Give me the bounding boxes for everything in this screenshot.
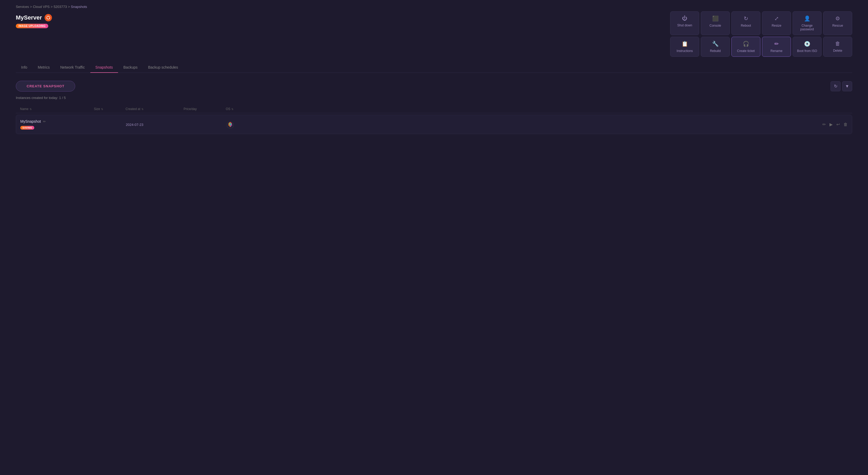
server-status-badge: IMAGE UPLOADING — [16, 24, 48, 28]
instructions-label: Instructions — [677, 49, 692, 53]
change-password-button[interactable]: 👤 Change password — [793, 11, 822, 35]
create-ticket-button[interactable]: 🎧 Create ticket — [732, 37, 761, 57]
row-download-icon[interactable]: ↩ — [836, 122, 840, 127]
row-delete-icon[interactable]: 🗑 — [843, 122, 848, 127]
table-row: MySnapshot ✏ SAVING 2024-07-23 — [16, 115, 852, 134]
rescue-button[interactable]: ⚙ Rescue — [823, 11, 852, 35]
row-edit-icon[interactable]: ✏ — [823, 122, 826, 127]
rename-button[interactable]: ✏ Rename — [762, 37, 791, 57]
resize-icon: ⤢ — [774, 15, 779, 22]
snapshots-content: CREATE SNAPSHOT ↻ ▼ Instances created fo… — [16, 81, 852, 134]
resize-button[interactable]: ⤢ Resize — [762, 11, 791, 35]
delete-icon: 🗑 — [835, 41, 840, 47]
shut-down-label: Shut down — [677, 24, 692, 27]
tab-backup-schedules[interactable]: Backup schedules — [143, 62, 183, 72]
create-snapshot-button[interactable]: CREATE SNAPSHOT — [16, 81, 75, 92]
reboot-button[interactable]: ↻ Reboot — [732, 11, 761, 35]
console-label: Console — [710, 24, 721, 27]
col-created-at[interactable]: Created at ⇅ — [126, 107, 184, 111]
table-header: Name ⇅ Size ⇅ Created at ⇅ Price/day OS … — [16, 105, 852, 113]
tab-snapshots[interactable]: Snapshots — [90, 62, 118, 72]
boot-from-iso-label: Boot from ISO — [797, 49, 817, 53]
tab-info[interactable]: Info — [16, 62, 32, 72]
filter-icon: ▼ — [845, 84, 849, 89]
tab-metrics[interactable]: Metrics — [32, 62, 55, 72]
snapshot-created-at: 2024-07-23 — [126, 123, 144, 127]
boot-from-iso-icon: 💿 — [804, 41, 810, 47]
col-size[interactable]: Size ⇅ — [94, 107, 126, 111]
action-buttons-grid: ⏻ Shut down ⬛ Console ↻ Reboot ⤢ Resize … — [670, 11, 852, 57]
toolbar-icons: ↻ ▼ — [831, 81, 852, 91]
filter-button[interactable]: ▼ — [842, 81, 852, 91]
nav-tabs: Info Metrics Network Traffic Snapshots B… — [16, 62, 852, 73]
rename-icon: ✏ — [774, 41, 779, 47]
breadcrumb-cloud-vps[interactable]: Cloud VPS — [33, 5, 50, 9]
shut-down-icon: ⏻ — [682, 15, 687, 21]
breadcrumb-current: Snapshots — [71, 5, 87, 9]
refresh-icon: ↻ — [834, 84, 837, 89]
reboot-label: Reboot — [741, 24, 751, 27]
snapshots-toolbar: CREATE SNAPSHOT ↻ ▼ — [16, 81, 852, 92]
svg-point-3 — [47, 18, 48, 19]
instances-info: Instances created for today: 1 / 5 — [16, 96, 852, 100]
row-restore-icon[interactable]: ▶ — [830, 122, 833, 127]
col-name[interactable]: Name ⇅ — [20, 107, 94, 111]
console-button[interactable]: ⬛ Console — [701, 11, 730, 35]
row-actions: ✏ ▶ ↩ 🗑 — [816, 122, 848, 127]
os-proxmox-icon — [226, 120, 235, 129]
reboot-icon: ↻ — [744, 15, 748, 22]
breadcrumb-server-id[interactable]: 5203773 — [54, 5, 67, 9]
sort-name-icon: ⇅ — [30, 108, 32, 111]
col-actions — [816, 107, 848, 111]
svg-point-7 — [229, 123, 231, 125]
rescue-label: Rescue — [832, 24, 843, 27]
tab-backups[interactable]: Backups — [118, 62, 143, 72]
col-price-day: Price/day — [184, 107, 226, 111]
breadcrumb-services[interactable]: Services — [16, 5, 29, 9]
tab-network-traffic[interactable]: Network Traffic — [55, 62, 90, 72]
change-password-label: Change password — [795, 24, 819, 31]
server-info: MyServer IMAGE UPLOADING — [16, 11, 52, 28]
sort-size-icon: ⇅ — [101, 108, 103, 111]
breadcrumb: Services > Cloud VPS > 5203773 > Snapsho… — [0, 0, 868, 11]
console-icon: ⬛ — [712, 15, 719, 22]
rescue-icon: ⚙ — [835, 15, 840, 22]
svg-point-2 — [49, 18, 50, 19]
shut-down-button[interactable]: ⏻ Shut down — [670, 11, 699, 35]
boot-from-iso-button[interactable]: 💿 Boot from ISO — [793, 37, 822, 57]
svg-point-1 — [48, 16, 49, 17]
sort-os-icon: ⇅ — [231, 108, 234, 111]
rebuild-button[interactable]: 🔧 Rebuild — [701, 37, 730, 57]
inline-edit-icon[interactable]: ✏ — [43, 120, 46, 123]
rebuild-icon: 🔧 — [712, 41, 719, 47]
create-ticket-icon: 🎧 — [743, 41, 749, 47]
delete-label: Delete — [833, 49, 842, 53]
snapshot-name-cell: MySnapshot ✏ SAVING — [20, 119, 94, 129]
change-password-icon: 👤 — [804, 15, 810, 22]
resize-label: Resize — [772, 24, 781, 27]
rebuild-label: Rebuild — [710, 49, 721, 53]
saving-badge: SAVING — [20, 126, 34, 129]
rename-label: Rename — [770, 49, 782, 53]
refresh-button[interactable]: ↻ — [831, 81, 841, 91]
create-ticket-label: Create ticket — [737, 49, 754, 53]
server-name: MyServer — [16, 14, 42, 21]
col-os[interactable]: OS ⇅ — [226, 107, 816, 111]
instructions-icon: 📋 — [682, 41, 688, 47]
sort-created-icon: ⇅ — [142, 108, 144, 111]
os-icon — [44, 14, 52, 21]
instructions-button[interactable]: 📋 Instructions — [670, 37, 699, 57]
delete-button[interactable]: 🗑 Delete — [823, 37, 852, 57]
snapshot-os-cell — [226, 120, 816, 129]
snapshot-name: MySnapshot — [20, 119, 41, 123]
